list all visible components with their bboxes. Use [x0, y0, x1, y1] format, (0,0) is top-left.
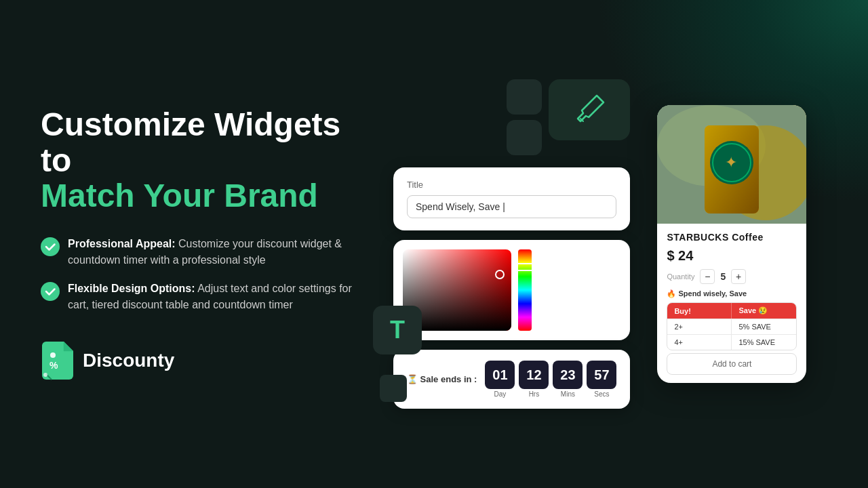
discount-table: Buy! Save 😢 2+ 5% SAVE 4+ 15% SAVE: [667, 302, 797, 350]
timer-blocks: 01 Day 12 Hrs 23 Mins 57 Secs: [485, 361, 616, 398]
discount-col-save-header: Save 😢: [732, 303, 796, 319]
title-input[interactable]: Spend Wisely, Save |: [407, 195, 616, 218]
svg-point-2: [50, 352, 56, 358]
feature-2: Flexible Design Options: Adjust text and…: [41, 281, 366, 313]
discount-save-0: 5% SAVE: [732, 319, 796, 334]
color-picker-dot[interactable]: [495, 270, 505, 279]
product-info: STARBUCKS Coffee $ 24 Quantity − 5 + 🔥 S…: [657, 224, 806, 383]
qty-value: 5: [720, 271, 726, 282]
timer-hrs-value: 12: [519, 361, 549, 389]
check-icon-1: [41, 237, 60, 256]
discount-row-1: 4+ 15% SAVE: [667, 334, 796, 350]
discount-buy-0: 2+: [667, 319, 732, 334]
discount-save-1: 15% SAVE: [732, 335, 796, 350]
svg-point-5: [43, 373, 47, 377]
svg-point-0: [41, 237, 60, 256]
discount-row-0: 2+ 5% SAVE: [667, 319, 796, 334]
discount-table-header: Buy! Save 😢: [667, 303, 796, 319]
timer-day-value: 01: [485, 361, 515, 389]
timer-secs-value: 57: [587, 361, 616, 389]
feature-1: Professional Appeal: Customize your disc…: [41, 236, 366, 268]
small-square-tile: [380, 375, 407, 402]
timer-hrs-unit: Hrs: [529, 390, 540, 398]
dark-tile-2: [507, 120, 542, 155]
eyedropper-icon: [571, 92, 608, 128]
title-card-label: Title: [407, 180, 616, 190]
discount-section: 🔥 Spend wisely, Save Buy! Save 😢 2+ 5% S…: [667, 289, 797, 375]
headline-line2: Match Your Brand: [41, 178, 366, 214]
dark-tile-1: [507, 79, 542, 115]
timer-mins-unit: Mins: [561, 390, 575, 398]
discount-col-buy-header: Buy!: [667, 303, 732, 319]
brand-name: Discounty: [83, 350, 174, 371]
spectrum-thumb[interactable]: [516, 263, 534, 271]
product-image: ✦: [657, 105, 806, 224]
qty-label: Quantity: [667, 272, 694, 281]
timer-mins: 23 Mins: [553, 361, 583, 398]
center-section: Title Spend Wisely, Save | ⏳ Sale ends i…: [393, 79, 630, 409]
qty-controls: − 5 +: [700, 269, 746, 284]
product-title: STARBUCKS Coffee: [667, 232, 797, 243]
feature-2-title: Flexible Design Options:: [68, 283, 195, 294]
timer-day: 01 Day: [485, 361, 515, 398]
brand-icon: %: [41, 340, 75, 381]
quantity-row: Quantity − 5 +: [667, 269, 797, 284]
headline-line1: Customize Widgets to: [41, 107, 366, 179]
product-illustration: ✦: [657, 105, 806, 224]
t-icon: T: [390, 316, 405, 344]
discount-header: 🔥 Spend wisely, Save: [667, 289, 797, 298]
product-widget: ✦ STARBUCKS Coffee $ 24 Quantity − 5 +: [657, 105, 806, 383]
countdown-card: ⏳ Sale ends in : 01 Day 12 Hrs 23 Mins 5…: [393, 350, 630, 409]
title-card: Title Spend Wisely, Save |: [393, 167, 630, 230]
t-tile: T: [373, 306, 422, 354]
timer-hrs: 12 Hrs: [519, 361, 549, 398]
color-spectrum[interactable]: [518, 249, 532, 331]
timer-mins-value: 23: [553, 361, 583, 389]
feature-2-text: Flexible Design Options: Adjust text and…: [68, 281, 366, 313]
check-icon-2: [41, 282, 60, 301]
product-price: $ 24: [667, 248, 797, 264]
left-section: Customize Widgets to Match Your Brand Pr…: [41, 107, 366, 381]
headline: Customize Widgets to Match Your Brand: [41, 107, 366, 214]
top-tiles: [393, 79, 630, 155]
svg-point-1: [41, 282, 60, 301]
qty-increment[interactable]: +: [731, 269, 746, 284]
brand: % Discounty: [41, 340, 366, 381]
timer-secs-unit: Secs: [594, 390, 609, 398]
qty-decrement[interactable]: −: [700, 269, 715, 284]
eyedropper-tile: [549, 79, 630, 140]
discount-buy-1: 4+: [667, 335, 732, 350]
timer-day-unit: Day: [494, 390, 507, 398]
feature-1-text: Professional Appeal: Customize your disc…: [68, 236, 366, 268]
feature-1-title: Professional Appeal:: [68, 238, 176, 249]
features-list: Professional Appeal: Customize your disc…: [41, 236, 366, 313]
main-container: Customize Widgets to Match Your Brand Pr…: [0, 0, 868, 488]
color-picker-card: [393, 240, 630, 340]
sale-label: ⏳ Sale ends in :: [407, 374, 477, 384]
svg-text:✦: ✦: [725, 154, 737, 171]
add-to-cart-button[interactable]: Add to cart: [667, 353, 797, 375]
timer-secs: 57 Secs: [587, 361, 616, 398]
svg-text:%: %: [50, 360, 58, 371]
